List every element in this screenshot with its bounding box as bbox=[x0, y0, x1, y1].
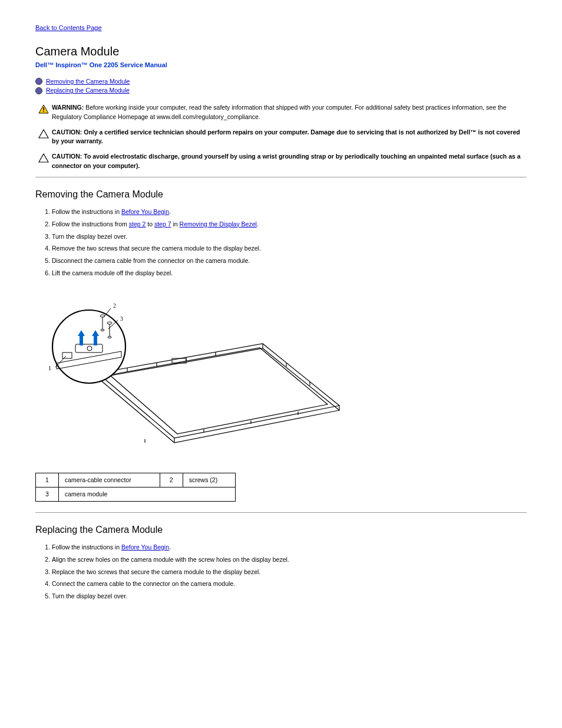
svg-rect-2 bbox=[43, 111, 44, 112]
warning-block: WARNING: Before working inside your comp… bbox=[35, 103, 527, 122]
callout-text: camera-cable connector bbox=[59, 473, 160, 487]
remove-section-title: Removing the Camera Module bbox=[35, 188, 527, 201]
before-you-begin-link[interactable]: Before You Begin bbox=[121, 208, 169, 215]
svg-marker-4 bbox=[39, 154, 48, 162]
divider bbox=[35, 177, 527, 177]
caution2-lead: CAUTION: bbox=[52, 153, 82, 160]
svg-marker-11 bbox=[98, 348, 339, 443]
svg-point-22 bbox=[52, 310, 125, 383]
figure-camera-module: 1 2 3 bbox=[35, 288, 527, 467]
remove-bezel-link[interactable]: Removing the Display Bezel bbox=[180, 220, 257, 228]
warning-lead: WARNING: bbox=[52, 104, 84, 111]
callout-table: 1 camera-cable connector 2 screws (2) 3 … bbox=[35, 473, 236, 501]
bullet-icon bbox=[35, 78, 42, 85]
svg-marker-3 bbox=[39, 130, 48, 138]
svg-text:2: 2 bbox=[113, 302, 116, 309]
caution-block-2: CAUTION: To avoid electrostatic discharg… bbox=[35, 152, 527, 171]
callout-text: camera module bbox=[59, 487, 236, 501]
svg-marker-5 bbox=[98, 344, 339, 438]
replace-steps: Follow the instructions in Before You Be… bbox=[35, 542, 527, 601]
before-you-begin-link[interactable]: Before You Begin bbox=[121, 543, 169, 551]
list-item: Align the screw holes on the camera modu… bbox=[52, 555, 527, 565]
svg-text:1: 1 bbox=[48, 365, 51, 371]
list-item: Remove the two screws that secure the ca… bbox=[52, 243, 527, 253]
step7-link[interactable]: step 7 bbox=[154, 220, 171, 228]
warning-icon bbox=[38, 104, 49, 114]
caution-block-1: CAUTION: Only a certified service techni… bbox=[35, 128, 527, 147]
toc-link-remove[interactable]: Removing the Camera Module bbox=[46, 77, 130, 86]
list-item: Lift the camera module off the display b… bbox=[52, 268, 527, 278]
doc-subtitle: Dell™ Inspiron™ One 2205 Service Manual bbox=[35, 61, 527, 70]
caution2-text: To avoid electrostatic discharge, ground… bbox=[52, 153, 521, 169]
svg-rect-1 bbox=[43, 107, 44, 110]
list-item: Disconnect the camera cable from the con… bbox=[52, 256, 527, 266]
list-item: Turn the display bezel over. bbox=[52, 232, 527, 242]
warning-text: Before working inside your computer, rea… bbox=[52, 104, 507, 120]
replace-section-title: Replacing the Camera Module bbox=[35, 523, 527, 536]
toc-link-replace[interactable]: Replacing the Camera Module bbox=[46, 86, 130, 95]
list-item: Follow the instructions in Before You Be… bbox=[52, 542, 527, 552]
page-title: Camera Module bbox=[35, 43, 527, 60]
toc-list: Removing the Camera Module Replacing the… bbox=[35, 77, 527, 95]
list-item: Connect the camera cable to the connecto… bbox=[52, 579, 527, 589]
callout-num: 1 bbox=[36, 473, 59, 487]
bullet-icon bbox=[35, 87, 42, 94]
callout-text: screws (2) bbox=[183, 473, 235, 487]
svg-marker-6 bbox=[110, 348, 328, 434]
list-item: Follow the instructions from step 2 to s… bbox=[52, 219, 527, 229]
callout-num: 2 bbox=[160, 473, 183, 487]
caution-icon bbox=[38, 153, 49, 163]
divider bbox=[35, 512, 527, 513]
list-item: Follow the instructions in Before You Be… bbox=[52, 207, 527, 217]
list-item: Turn the display bezel over. bbox=[52, 591, 527, 601]
caution-icon bbox=[38, 129, 49, 139]
callout-num: 3 bbox=[36, 487, 59, 501]
list-item: Replace the two screws that secure the c… bbox=[52, 567, 527, 577]
remove-steps: Follow the instructions in Before You Be… bbox=[35, 207, 527, 278]
caution1-text: Only a certified service technician shou… bbox=[52, 129, 520, 145]
caution1-lead: CAUTION: bbox=[52, 129, 82, 136]
step2-link[interactable]: step 2 bbox=[129, 220, 146, 228]
svg-text:3: 3 bbox=[120, 315, 123, 322]
back-to-contents-link[interactable]: Back to Contents Page bbox=[35, 24, 102, 31]
